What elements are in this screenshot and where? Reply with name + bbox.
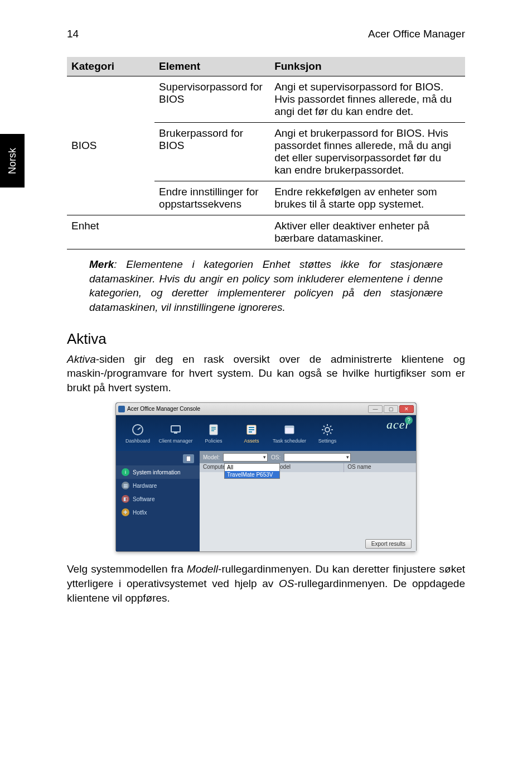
nav-client-manager[interactable]: Client manager	[158, 420, 193, 446]
aktiva-rest: -siden gir deg en rask oversikt over de …	[67, 353, 465, 393]
nav-settings[interactable]: Settings	[310, 420, 345, 446]
dashboard-icon	[130, 422, 146, 437]
note-bold: Merk	[89, 258, 114, 270]
svg-rect-3	[210, 425, 217, 435]
policies-icon	[206, 422, 221, 437]
svg-rect-6	[211, 430, 214, 431]
language-side-tab: Norsk	[0, 134, 25, 188]
window-titlebar: Acer Office Manager Console — ▢ ✕	[116, 403, 416, 415]
svg-rect-12	[285, 426, 294, 428]
svg-line-19	[330, 433, 331, 434]
col-kategori: Kategori	[67, 57, 154, 76]
svg-rect-5	[211, 429, 216, 430]
func-bruker: Angi et brukerpassord for BIOS. Hvis pas…	[270, 123, 465, 181]
svg-rect-22	[187, 457, 191, 462]
help-icon[interactable]: ?	[405, 416, 413, 424]
side-item-hardware[interactable]: ▦ Hardware	[116, 479, 200, 492]
func-supervisor: Angi et supervisorpassord for BIOS. Hvis…	[270, 76, 465, 123]
side-item-software-label: Software	[133, 496, 154, 502]
side-item-system-information[interactable]: i System information	[116, 465, 200, 479]
filter-os-label: OS:	[271, 454, 280, 460]
p2-it2: OS	[279, 578, 294, 589]
note-paragraph: Merk: Elementene i kategorien Enhet støt…	[89, 257, 443, 315]
aktiva-paragraph-2: Velg systemmodellen fra Modell-rullegard…	[67, 562, 465, 605]
svg-line-21	[330, 426, 331, 427]
app-icon	[118, 406, 125, 412]
top-nav: Dashboard Client manager Policies Assets…	[116, 415, 416, 451]
elem-bruker: Brukerpassord for BIOS	[154, 123, 270, 181]
assets-icon	[244, 422, 259, 437]
minimize-button[interactable]: —	[368, 405, 383, 413]
side-item-hardware-label: Hardware	[133, 483, 157, 489]
col-os-name[interactable]: OS name	[344, 463, 416, 472]
nav-dashboard[interactable]: Dashboard	[120, 420, 155, 446]
side-item-hotfix[interactable]: ✚ Hotfix	[116, 506, 200, 519]
col-element: Element	[154, 57, 270, 76]
os-dropdown[interactable]	[284, 453, 351, 462]
settings-icon	[320, 422, 335, 437]
hardware-icon: ▦	[122, 482, 129, 489]
header-title: Acer Office Manager	[368, 28, 465, 40]
svg-rect-4	[211, 427, 216, 428]
console-screenshot: Acer Office Manager Console — ▢ ✕ Dashbo…	[115, 402, 417, 552]
p2-pre: Velg systemmodellen fra	[67, 563, 187, 575]
nav-task-scheduler[interactable]: Task scheduler	[272, 420, 307, 446]
svg-line-20	[323, 433, 325, 434]
page-number: 14	[67, 28, 79, 40]
svg-rect-8	[249, 427, 254, 428]
client-manager-icon	[168, 422, 183, 437]
svg-rect-1	[171, 426, 180, 432]
nav-client-manager-label: Client manager	[158, 438, 192, 444]
elem-supervisor: Supervisorpassord for BIOS	[154, 76, 270, 123]
nav-assets-label: Assets	[244, 438, 259, 444]
model-dropdown[interactable]	[223, 453, 268, 462]
section-title-aktiva: Aktiva	[67, 330, 465, 348]
side-item-system-information-label: System information	[133, 469, 181, 475]
svg-rect-2	[174, 433, 177, 434]
col-funksjon: Funksjon	[270, 57, 465, 76]
elem-enhet	[154, 215, 270, 249]
window-title: Acer Office Manager Console	[127, 406, 200, 412]
nav-policies[interactable]: Policies	[196, 420, 231, 446]
func-enhet: Aktiver eller deaktiver enheter på bærba…	[270, 215, 465, 249]
aktiva-paragraph-1: Aktiva-siden gir deg en rask oversikt ov…	[67, 352, 465, 395]
svg-point-13	[325, 427, 330, 432]
side-panel-report-icon[interactable]	[183, 454, 194, 463]
svg-rect-10	[249, 431, 252, 433]
software-icon: ◧	[122, 495, 129, 503]
model-dropdown-open[interactable]: All TravelMate P653V	[224, 463, 280, 479]
dd-option-travelmate[interactable]: TravelMate P653V	[225, 471, 279, 478]
maximize-button[interactable]: ▢	[384, 405, 398, 413]
info-icon: i	[122, 468, 129, 476]
nav-dashboard-label: Dashboard	[125, 438, 150, 444]
assets-main-panel: Model: OS: Computer na Model OS name All…	[200, 451, 416, 551]
cat-enhet: Enhet	[67, 215, 154, 249]
aktiva-ital: Aktiva	[67, 353, 96, 365]
task-scheduler-icon	[282, 422, 297, 437]
export-results-button[interactable]: Export results	[365, 539, 412, 549]
note-rest: : Elementene i kategorien Enhet støttes …	[89, 258, 443, 313]
p2-it1: Modell	[187, 563, 218, 575]
close-button[interactable]: ✕	[399, 405, 414, 413]
nav-task-scheduler-label: Task scheduler	[273, 438, 306, 444]
hotfix-icon: ✚	[122, 508, 129, 516]
assets-side-panel: i System information ▦ Hardware ◧ Softwa…	[116, 451, 200, 551]
nav-settings-label: Settings	[318, 438, 337, 444]
dd-option-all[interactable]: All	[225, 464, 279, 471]
col-model[interactable]: Model	[272, 463, 345, 472]
nav-policies-label: Policies	[205, 438, 222, 444]
side-item-hotfix-label: Hotfix	[133, 510, 147, 516]
cat-bios: BIOS	[67, 76, 154, 215]
svg-rect-9	[249, 429, 254, 430]
nav-assets[interactable]: Assets	[234, 420, 269, 446]
elem-boot: Endre innstillinger for oppstartssekvens	[154, 181, 270, 215]
side-item-software[interactable]: ◧ Software	[116, 492, 200, 506]
filter-model-label: Model:	[203, 454, 220, 460]
svg-line-18	[323, 426, 325, 427]
bios-settings-table: Kategori Element Funksjon BIOS Superviso…	[67, 57, 465, 249]
func-boot: Endre rekkefølgen av enheter som brukes …	[270, 181, 465, 215]
